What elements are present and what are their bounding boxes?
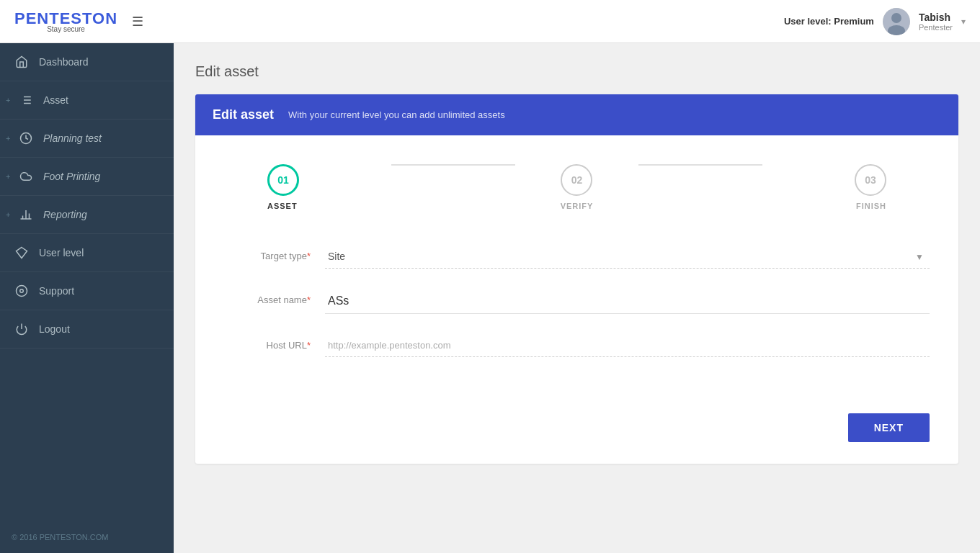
card-header-title: Edit asset: [213, 107, 274, 122]
sidebar: Dashboard + Asset + Planning test +: [0, 43, 174, 553]
topnav: PENTESTON Stay secure ☰ User level: Prem…: [0, 0, 980, 43]
svg-point-1: [891, 13, 901, 23]
host-url-wrapper: [325, 334, 930, 357]
form-group-target-type: Target type* Site IP Network ▼: [224, 245, 930, 269]
main-layout: Dashboard + Asset + Planning test +: [0, 43, 980, 553]
sidebar-item-dashboard-label: Dashboard: [39, 56, 89, 68]
user-dropdown-arrow[interactable]: ▾: [961, 17, 966, 27]
sidebar-item-reporting[interactable]: + Reporting: [0, 196, 174, 234]
user-info: Tabish Pentester: [919, 12, 953, 32]
user-role: Pentester: [919, 23, 953, 32]
sidebar-plus-foot: +: [6, 172, 10, 181]
home-icon: [14, 55, 29, 69]
content-area: Edit asset Edit asset With your current …: [174, 43, 980, 553]
bar-chart-icon: [19, 207, 33, 222]
sidebar-item-foot-printing-label: Foot Printing: [43, 171, 100, 182]
sidebar-item-logout[interactable]: Logout: [0, 310, 174, 349]
sidebar-plus-reporting: +: [6, 210, 10, 219]
target-type-wrapper: Site IP Network ▼: [325, 245, 930, 269]
sidebar-item-asset[interactable]: + Asset: [0, 81, 174, 120]
card-header-desc: With your current level you can add unli…: [288, 109, 505, 120]
form-group-asset-name: Asset name*: [224, 289, 930, 314]
stepper-step-1: 01 ASSET: [224, 164, 391, 210]
edit-asset-card: Edit asset With your current level you c…: [195, 94, 958, 464]
sidebar-item-reporting-label: Reporting: [43, 209, 87, 220]
stepper: 01 ASSET 02 VERIFY: [224, 164, 930, 210]
target-type-label: Target type*: [224, 245, 325, 261]
sidebar-item-logout-label: Logout: [39, 323, 70, 335]
sidebar-item-support-label: Support: [39, 285, 74, 297]
logo[interactable]: PENTESTON Stay secure: [14, 9, 117, 33]
sidebar-footer: © 2016 PENTESTON.COM: [0, 521, 174, 553]
sidebar-plus-planning: +: [6, 134, 10, 143]
clock-icon: [19, 131, 33, 145]
asset-name-input[interactable]: [325, 289, 930, 314]
stepper-step-3: 03 FINISH: [762, 164, 930, 210]
avatar: [883, 8, 910, 35]
sidebar-item-support[interactable]: Support: [0, 272, 174, 310]
host-url-label: Host URL*: [224, 334, 325, 351]
diamond-icon: [14, 246, 29, 260]
step-label-3: FINISH: [856, 202, 886, 210]
step-circle-1: 01: [267, 164, 299, 196]
list-icon: [19, 93, 33, 107]
asset-name-label: Asset name*: [224, 289, 325, 305]
username: Tabish: [919, 12, 953, 23]
card-body: 01 ASSET 02 VERIFY: [195, 135, 958, 406]
sidebar-item-dashboard[interactable]: Dashboard: [0, 43, 174, 81]
step-circle-2: 02: [561, 164, 592, 196]
svg-point-14: [17, 286, 27, 297]
power-icon: [14, 322, 29, 336]
stepper-line-1: [391, 164, 515, 166]
svg-point-15: [20, 289, 24, 293]
sidebar-item-planning-label: Planning test: [43, 132, 102, 144]
form-group-host-url: Host URL*: [224, 334, 930, 357]
hamburger-icon[interactable]: ☰: [132, 14, 143, 30]
next-button[interactable]: NEXT: [848, 413, 930, 442]
step-label-1: ASSET: [267, 202, 298, 210]
sidebar-item-foot-printing[interactable]: + Foot Printing: [0, 158, 174, 196]
step-circle-3: 03: [855, 164, 886, 196]
asset-name-wrapper: [325, 289, 930, 314]
topnav-right: User level: Premium Tabish Pentester ▾: [784, 8, 966, 35]
page-title: Edit asset: [195, 63, 958, 80]
stepper-steps: 01 ASSET 02 VERIFY: [224, 164, 930, 210]
step-label-2: VERIFY: [561, 202, 594, 210]
sidebar-item-user-level-label: User level: [39, 247, 84, 258]
sidebar-item-planning-test[interactable]: + Planning test: [0, 120, 174, 158]
topnav-left: PENTESTON Stay secure ☰: [14, 9, 143, 33]
cloud-icon: [19, 169, 33, 184]
sidebar-item-user-level[interactable]: User level: [0, 234, 174, 272]
card-header: Edit asset With your current level you c…: [195, 94, 958, 135]
stepper-step-2: 02 VERIFY: [515, 164, 639, 210]
sidebar-item-asset-label: Asset: [43, 94, 68, 106]
card-footer: NEXT: [195, 406, 958, 464]
stepper-line-2: [638, 164, 762, 166]
host-url-input[interactable]: [325, 334, 930, 357]
target-type-select[interactable]: Site IP Network: [325, 245, 930, 269]
sidebar-plus-asset: +: [6, 96, 10, 104]
support-icon: [14, 284, 29, 298]
user-level-label: User level: Premium: [784, 16, 874, 27]
